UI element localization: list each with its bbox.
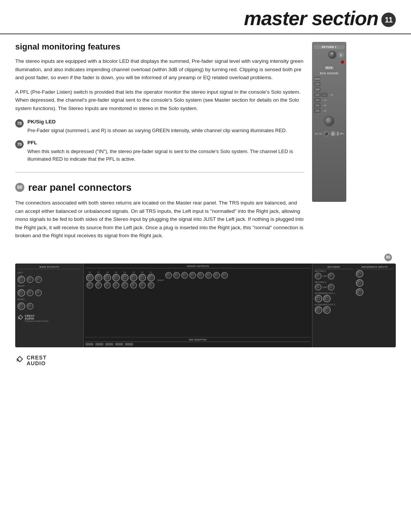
right-connectors bbox=[18, 289, 81, 297]
alt-out2-label: ALTERNATE OUT 2 bbox=[315, 304, 353, 306]
item-79-desc: When this switch is depressed ("IN"), th… bbox=[27, 148, 304, 163]
mix-ctrl-3[interactable] bbox=[105, 343, 113, 346]
bus-3-4[interactable]: 3-4 bbox=[314, 98, 320, 102]
bus-btn-lr[interactable]: L-R bbox=[314, 82, 320, 86]
crest-logo: ✕ CREST AUDIO Professional Audio Product… bbox=[18, 315, 81, 322]
mute-button[interactable]: MUTE bbox=[324, 65, 335, 70]
bus-num-row3: 5-6 —20 bbox=[314, 104, 344, 107]
xlr-g4 bbox=[121, 274, 129, 281]
crest-audio-name: AUDIO bbox=[27, 361, 46, 366]
g4-conn: G5 bbox=[112, 271, 120, 289]
grp-label: GRP bbox=[315, 88, 320, 91]
text-column: signal monitoring features The stereo in… bbox=[15, 42, 304, 246]
bus-assign-row3: GRP bbox=[314, 88, 344, 91]
xlr-ref3 bbox=[356, 288, 363, 296]
xlr-g3 bbox=[130, 274, 137, 281]
signal-monitoring-para2: A PFL (Pre-Fader Listen) switch is provi… bbox=[15, 88, 304, 113]
trs-ins6 bbox=[205, 272, 212, 279]
insert-row: INSERT bbox=[157, 272, 228, 289]
bus-btn-mono[interactable]: MONO bbox=[314, 77, 320, 81]
knob-row: 1 bbox=[314, 51, 344, 59]
bus-num-row1: 1-2 —10 bbox=[314, 93, 344, 97]
xlr-left-1 bbox=[18, 276, 25, 283]
trs-g2 bbox=[139, 282, 146, 289]
mix-ctrl-2[interactable] bbox=[95, 343, 104, 346]
item78-sidebar-badge: 78 bbox=[314, 132, 318, 136]
crest-audio-logo: ✕ CREST AUDIO bbox=[15, 355, 46, 367]
trs-ins3 bbox=[181, 272, 188, 279]
item-78-badge: 78 bbox=[15, 119, 24, 128]
channel-number-badge: 1 bbox=[338, 52, 344, 58]
trs-g7 bbox=[95, 282, 102, 289]
xlr-alt1-l bbox=[315, 295, 322, 302]
mono-label: MONO bbox=[314, 78, 320, 80]
bus-1-2[interactable]: 1-2 bbox=[314, 93, 320, 97]
left-label: LEFT bbox=[18, 272, 81, 274]
pfl-button[interactable] bbox=[336, 131, 339, 136]
trs-g1 bbox=[148, 282, 155, 289]
xlr-g8 bbox=[86, 274, 94, 281]
xlr-right-1 bbox=[18, 289, 25, 297]
reference-inputs-col: REFERENCE INPUTS bbox=[356, 266, 394, 314]
g8-conn: G1 bbox=[147, 271, 155, 289]
main-outputs-section: MAIN OUTPUTS LEFT RIGHT MONO bbox=[15, 264, 84, 347]
mono-conn-label: MONO bbox=[18, 298, 81, 300]
rear-panel-title: rear panel connectors bbox=[28, 182, 132, 193]
xlr-g6 bbox=[104, 274, 111, 281]
pfl-sidebar-label: PFL bbox=[340, 133, 344, 135]
trs-ret1-l bbox=[315, 273, 322, 280]
rear-panel-number-badge: 80 bbox=[15, 183, 24, 192]
crest-logo-icon: ✕ bbox=[18, 315, 24, 321]
bus-assign-row1: MONO bbox=[314, 77, 344, 81]
bus-5-6-label: 5-6 bbox=[316, 104, 319, 107]
xlr-g7 bbox=[95, 274, 102, 281]
g2-conn: G7 bbox=[95, 271, 102, 289]
returns-col: RETURNS RETURN 1 L/M RETURN 2 L/M bbox=[315, 266, 353, 314]
alt-out1-label: ALTERNATE OUT 1 bbox=[315, 292, 353, 294]
trs-ins8 bbox=[221, 272, 228, 279]
item-78: 78 PK/Sig LED Pre-Fader signal (summed L… bbox=[15, 119, 304, 134]
crest-icon: ✕ bbox=[15, 356, 24, 365]
bus-assign-row2: L-R bbox=[314, 82, 344, 86]
return1-connectors: L/M bbox=[315, 273, 353, 280]
crest-text: CREST AUDIO Professional Audio Products bbox=[25, 315, 49, 322]
section-number: 11 bbox=[381, 13, 396, 27]
mix-deepths-controls bbox=[85, 343, 311, 346]
trs-ins4 bbox=[189, 272, 196, 279]
trs-mono-1 bbox=[27, 303, 33, 310]
main-outputs-label: MAIN OUTPUTS bbox=[18, 266, 81, 269]
bus-btn-grp[interactable]: GRP bbox=[314, 88, 320, 91]
bus-3-4-label: 3-4 bbox=[316, 99, 319, 101]
trs-ret1-r bbox=[328, 273, 335, 280]
group-row1: G8 G7 G6 bbox=[86, 271, 155, 289]
trs-left-1 bbox=[27, 276, 33, 283]
title-text: master section bbox=[244, 7, 378, 29]
mix-ctrl-1[interactable] bbox=[85, 343, 94, 346]
page-title: master section11 bbox=[244, 7, 396, 30]
mix-ctrl-5[interactable] bbox=[125, 343, 133, 346]
main-knob[interactable] bbox=[324, 116, 335, 126]
pfl-channel-number: 1 bbox=[330, 131, 336, 136]
bus-num-row4: 7-8 —30 bbox=[314, 109, 344, 113]
bus-5-6[interactable]: 5-6 bbox=[314, 104, 320, 107]
xlr-ref2 bbox=[356, 279, 363, 287]
crest-text-block: CREST AUDIO bbox=[27, 355, 46, 367]
bus-7-8[interactable]: 7-8 bbox=[314, 109, 320, 113]
group-outputs-label: GROUP OUTPUTS bbox=[85, 265, 311, 268]
item79-sidebar-badge: 79 bbox=[319, 132, 322, 136]
group-connector-rows: G8 G7 G6 bbox=[85, 270, 311, 289]
level-knob[interactable] bbox=[328, 51, 336, 59]
mix-deepths-label: MIX DEEPTHS bbox=[85, 339, 311, 342]
rear-panel-desc: The connectors associated with both ster… bbox=[15, 199, 304, 240]
crest-sub: AUDIO bbox=[25, 317, 49, 320]
xlr-g1 bbox=[147, 274, 155, 281]
led-row bbox=[314, 61, 344, 64]
mix-ctrl-4[interactable] bbox=[115, 343, 123, 346]
rear-panel-image: MAIN OUTPUTS LEFT RIGHT MONO bbox=[15, 264, 396, 347]
mono-connectors bbox=[18, 302, 81, 310]
main-content: signal monitoring features The stereo in… bbox=[0, 42, 411, 246]
pk-pfl-row: 78 79 1 PFL bbox=[314, 131, 344, 136]
mix-deepths: MIX DEEPTHS bbox=[85, 337, 311, 346]
alt-out2-connectors bbox=[315, 306, 353, 314]
mixer-panel: RETURN 1 1 MUTE BUS ASSIGN MONO L-R bbox=[312, 42, 346, 202]
